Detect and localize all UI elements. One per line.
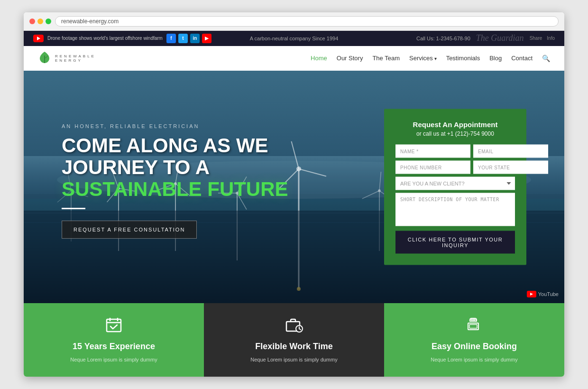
- logo: RENEWABLE ENERGY: [38, 51, 96, 66]
- svg-rect-47: [469, 324, 477, 328]
- browser-window: renewable-energy.com Drone footage shows…: [24, 12, 564, 377]
- youtube-watermark: YouTube: [527, 291, 559, 297]
- appointment-form: Request An Appointment or call us at +1 …: [384, 109, 526, 265]
- description-textarea[interactable]: [395, 193, 515, 226]
- guardian-logo: The Guardian: [476, 33, 524, 43]
- nav-links: Home Our Story The Team Services Testimo…: [311, 55, 550, 62]
- svg-rect-38: [107, 319, 121, 332]
- state-input[interactable]: [473, 160, 548, 174]
- phone-number: Call Us: 1-2345-678-90: [416, 36, 470, 41]
- youtube-small-icon: [33, 35, 44, 42]
- youtube-icon[interactable]: ▶: [202, 34, 211, 43]
- hero-subtitle: AN HONEST, RELIABLE ELECTRICIAN: [62, 123, 288, 129]
- name-input[interactable]: [395, 144, 470, 157]
- nav-contact[interactable]: Contact: [511, 55, 533, 62]
- nav-our-story[interactable]: Our Story: [337, 55, 363, 62]
- browser-toolbar: renewable-energy.com: [24, 12, 564, 31]
- feature-card-worktime: Flexible Work Time Neque Lorem ipsum is …: [204, 303, 384, 377]
- leaf-icon: [38, 51, 51, 66]
- phone-input[interactable]: [395, 160, 470, 174]
- booking-title: Easy Online Booking: [432, 342, 517, 352]
- client-type-select[interactable]: ARE YOU A NEW CLIENT? YES NO: [395, 176, 515, 190]
- close-dot[interactable]: [29, 19, 35, 24]
- nav-testimonials[interactable]: Testimonials: [446, 55, 480, 62]
- phone-booking-icon: [465, 316, 483, 337]
- top-bar: Drone footage shows world's largest offs…: [24, 31, 564, 46]
- form-row-2: [395, 160, 515, 174]
- browser-dots: [29, 19, 51, 24]
- linkedin-icon[interactable]: in: [190, 34, 200, 43]
- feature-card-booking: Easy Online Booking Neque Lorem ipsum is…: [384, 303, 564, 377]
- share-label[interactable]: Share: [530, 36, 542, 41]
- info-label[interactable]: Info: [547, 36, 555, 41]
- logo-text: RENEWABLE ENERGY: [55, 54, 96, 63]
- youtube-watermark-icon: [527, 291, 536, 297]
- share-info: Share Info: [530, 36, 555, 41]
- hero-title-green: SUSTAINABLE FUTURE: [62, 178, 288, 200]
- form-row-1: [395, 144, 515, 157]
- drone-text: Drone footage shows world's largest offs…: [47, 36, 163, 41]
- facebook-icon[interactable]: f: [166, 34, 176, 43]
- social-icons: f t in ▶: [166, 34, 211, 43]
- nav-blog[interactable]: Blog: [489, 55, 502, 62]
- youtube-watermark-text: YouTube: [538, 291, 559, 297]
- booking-desc: Neque Lorem ipsum is simply dummy: [431, 356, 517, 363]
- features-section: 15 Years Experience Neque Lorem ipsum is…: [24, 303, 564, 377]
- experience-desc: Neque Lorem ipsum is simply dummy: [70, 356, 157, 363]
- form-subtitle: or call us at +1 (212)-754 9000: [395, 130, 515, 137]
- topbar-right: Call Us: 1-2345-678-90 The Guardian Shar…: [416, 33, 555, 43]
- consultation-button[interactable]: REQUEST A FREE CONSULTATION: [62, 221, 197, 239]
- hero-section: AN HONEST, RELIABLE ELECTRICIAN COME ALO…: [24, 71, 564, 303]
- experience-title: 15 Years Experience: [73, 342, 155, 352]
- email-input[interactable]: [473, 144, 548, 157]
- nav-home[interactable]: Home: [311, 55, 327, 62]
- submit-button[interactable]: CLICK HERE TO SUBMIT YOUR INQUIRY: [395, 231, 515, 253]
- feature-card-experience: 15 Years Experience Neque Lorem ipsum is…: [24, 303, 204, 377]
- navbar: RENEWABLE ENERGY Home Our Story The Team…: [24, 46, 564, 71]
- hero-content: AN HONEST, RELIABLE ELECTRICIAN COME ALO…: [62, 123, 288, 239]
- maximize-dot[interactable]: [46, 19, 51, 24]
- minimize-dot[interactable]: [37, 19, 43, 24]
- nav-services[interactable]: Services: [409, 55, 437, 62]
- worktime-desc: Neque Lorem ipsum is simply dummy: [250, 356, 337, 363]
- calendar-check-icon: [105, 316, 122, 337]
- topbar-left: Drone footage shows world's largest offs…: [33, 34, 211, 43]
- hero-divider: [62, 208, 85, 209]
- nav-the-team[interactable]: The Team: [372, 55, 400, 62]
- address-bar[interactable]: renewable-energy.com: [55, 16, 559, 27]
- search-icon[interactable]: 🔍: [542, 55, 550, 62]
- worktime-title: Flexible Work Time: [255, 342, 332, 352]
- topbar-tagline: A carbon-neutral company Since 1994: [250, 36, 339, 41]
- twitter-icon[interactable]: t: [178, 34, 188, 43]
- briefcase-clock-icon: [285, 316, 303, 337]
- form-title: Request An Appointment: [395, 120, 515, 128]
- hero-title: COME ALONG AS WE JOURNEY TO A SUSTAINABL…: [62, 135, 288, 201]
